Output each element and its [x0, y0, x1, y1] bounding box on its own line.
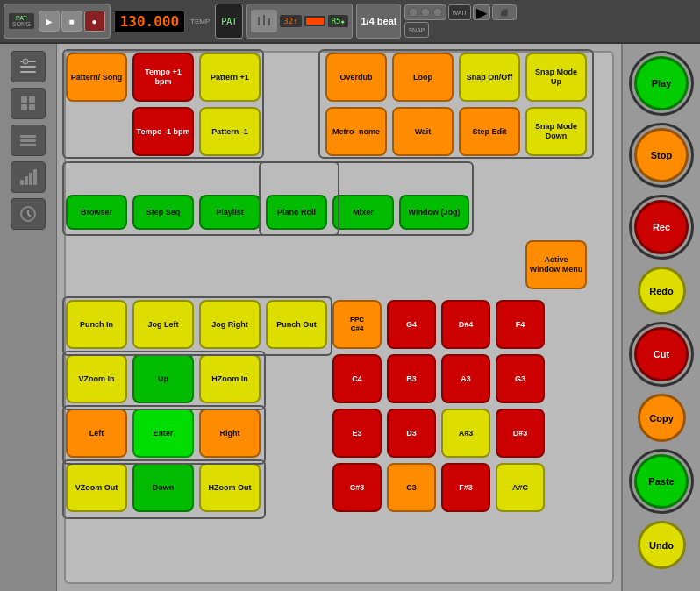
extra-controls: WAIT ▶ ◾ SNAP — [404, 4, 516, 38]
d4-sharp-btn[interactable]: D#4 — [441, 300, 490, 349]
nav-outline4 — [62, 459, 266, 519]
top-left-outline — [62, 49, 264, 159]
svg-point-5 — [433, 8, 442, 17]
sidebar-btn-5[interactable] — [11, 198, 46, 230]
stop-icon2: ◾ — [492, 4, 517, 20]
c4-btn[interactable]: C4 — [332, 354, 382, 403]
svg-rect-11 — [29, 96, 35, 103]
svg-rect-2 — [268, 18, 270, 25]
top-right-outline — [318, 49, 594, 159]
svg-rect-8 — [20, 71, 36, 73]
play-transport-btn[interactable]: ▶ — [39, 11, 60, 32]
svg-rect-0 — [258, 17, 260, 25]
svg-rect-14 — [20, 135, 36, 138]
top-bar: PAT SONG ▶ ■ ● 130.000 TEMP PAT 32↑ R5⬥ … — [0, 0, 700, 44]
pat-song-label: PAT SONG — [8, 12, 35, 30]
a3-c-btn[interactable]: A#C — [496, 463, 545, 512]
beat-label: 1/4 beat — [361, 16, 396, 26]
svg-rect-10 — [21, 96, 27, 103]
undo-btn[interactable]: Undo — [638, 521, 686, 569]
active-window-menu-btn[interactable]: Active Window Menu — [525, 240, 587, 289]
f3-sharp-btn[interactable]: F#3 — [441, 463, 490, 512]
cut-outline: Cut — [629, 322, 694, 387]
grid-container: Pattern/ Song Tempo +1 bpm Pattern +1 Ov… — [64, 51, 614, 584]
mixer-icon[interactable] — [251, 10, 277, 32]
right-panel: Play Stop Rec Redo Cut Copy Paste Undo — [621, 44, 700, 591]
sidebar-btn-1[interactable] — [11, 51, 46, 82]
c3-sharp-btn[interactable]: C#3 — [332, 463, 382, 512]
a3-btn[interactable]: A3 — [441, 354, 490, 403]
b3-btn[interactable]: B3 — [387, 354, 436, 403]
sidebar-btn-2[interactable] — [11, 88, 46, 119]
nav-outline2 — [62, 351, 266, 410]
redo-btn[interactable]: Redo — [638, 267, 686, 315]
paste-btn[interactable]: Paste — [634, 454, 689, 509]
c3-btn[interactable]: C3 — [387, 463, 436, 512]
svg-rect-19 — [29, 173, 32, 185]
left-sidebar — [0, 44, 57, 591]
svg-rect-18 — [25, 176, 28, 185]
svg-point-4 — [421, 8, 430, 17]
d3-btn[interactable]: D3 — [387, 409, 436, 458]
g3-btn[interactable]: G3 — [496, 354, 545, 403]
level-meter — [304, 16, 325, 26]
svg-rect-17 — [20, 180, 24, 185]
e3-btn[interactable]: E3 — [332, 409, 382, 458]
browser-outline2 — [259, 161, 474, 236]
rec-btn[interactable]: Rec — [634, 200, 689, 254]
stop-transport-btn[interactable]: ■ — [61, 11, 82, 32]
svg-point-3 — [409, 8, 418, 17]
svg-rect-7 — [20, 66, 36, 68]
sidebar-btn-4[interactable] — [11, 161, 46, 193]
svg-point-9 — [23, 59, 28, 64]
knob-section — [404, 4, 446, 20]
sidebar-btn-3[interactable] — [11, 125, 46, 156]
svg-rect-20 — [33, 169, 37, 185]
stop-outline: Stop — [629, 123, 694, 188]
copy-btn[interactable]: Copy — [638, 394, 686, 442]
nav-outline3 — [62, 405, 266, 465]
svg-rect-12 — [21, 104, 27, 110]
channel-display: 32↑ — [280, 15, 301, 27]
cut-btn[interactable]: Cut — [634, 327, 689, 381]
paste-outline: Paste — [629, 449, 694, 514]
play-btn[interactable]: Play — [634, 56, 689, 110]
rec-outline: Rec — [629, 195, 694, 260]
pat-song-section: PAT SONG ▶ ■ ● — [4, 4, 111, 39]
wait-display: WAIT — [448, 4, 470, 20]
snap-display: SNAP — [404, 22, 428, 38]
grid-area: Pattern/ Song Tempo +1 bpm Pattern +1 Ov… — [57, 44, 621, 591]
r5-display: R5⬥ — [328, 15, 349, 27]
temp-label: TEMP — [190, 18, 210, 25]
tempo-display: 130.000 — [114, 11, 185, 32]
d3-sharp-btn[interactable]: D#3 — [496, 409, 545, 458]
svg-rect-16 — [20, 144, 36, 146]
nav-outline1 — [62, 296, 332, 356]
beat-section: 1/4 beat — [356, 4, 401, 39]
svg-rect-15 — [20, 139, 36, 142]
svg-rect-1 — [263, 15, 265, 25]
f4-btn[interactable]: F4 — [496, 300, 545, 349]
g4-btn[interactable]: G4 — [387, 300, 436, 349]
a3-sharp-btn[interactable]: A#3 — [441, 409, 490, 458]
rec-transport-btn[interactable]: ● — [84, 11, 105, 32]
svg-rect-13 — [29, 104, 35, 110]
pat-display: PAT — [215, 4, 243, 39]
play-outline: Play — [629, 51, 694, 116]
fpc-c4-btn[interactable]: FPC C#4 — [332, 300, 382, 349]
play-icon: ▶ — [473, 4, 490, 20]
mixer-section: 32↑ R5⬥ — [246, 4, 353, 39]
stop-btn[interactable]: Stop — [634, 128, 689, 182]
main-area: Pattern/ Song Tempo +1 bpm Pattern +1 Ov… — [0, 44, 700, 591]
